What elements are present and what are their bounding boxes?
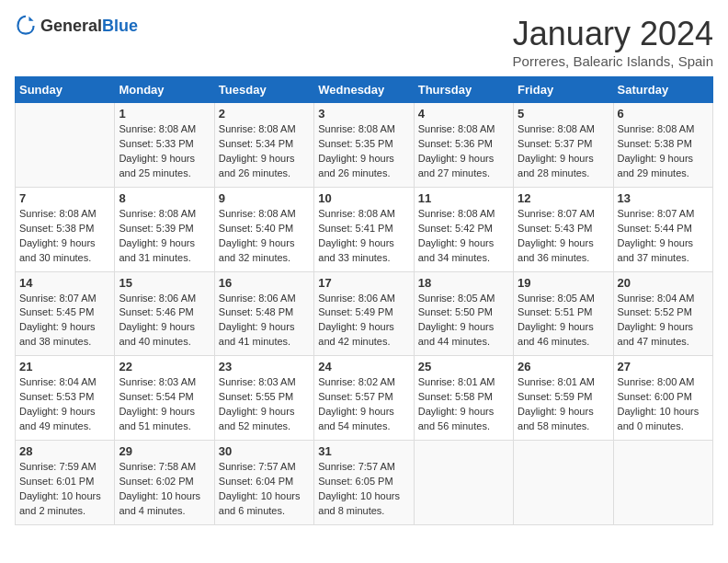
cell-line: Sunrise: 8:03 AM (219, 375, 310, 390)
day-number: 22 (119, 360, 210, 373)
day-number: 13 (618, 191, 709, 205)
cell-line: Sunrise: 8:08 AM (318, 122, 409, 137)
calendar-week-row: 14Sunrise: 8:07 AMSunset: 5:45 PMDayligh… (16, 271, 713, 356)
day-number: 18 (418, 276, 509, 290)
cell-line: Sunrise: 8:05 AM (518, 292, 609, 306)
cell-line: and 41 minutes. (219, 335, 310, 350)
calendar-cell: 14Sunrise: 8:07 AMSunset: 5:45 PMDayligh… (16, 271, 115, 356)
day-number: 8 (119, 191, 210, 205)
calendar-cell: 17Sunrise: 8:06 AMSunset: 5:49 PMDayligh… (314, 271, 414, 356)
weekday-header-friday: Friday (514, 77, 613, 103)
cell-line: Sunset: 5:33 PM (119, 137, 210, 152)
day-number: 23 (219, 360, 310, 373)
cell-line: and 33 minutes. (318, 251, 409, 266)
cell-line: Sunset: 5:49 PM (318, 305, 409, 320)
logo-icon (15, 15, 37, 37)
day-number: 21 (19, 360, 110, 373)
calendar-cell: 5Sunrise: 8:08 AMSunset: 5:37 PMDaylight… (514, 103, 613, 188)
cell-line: Daylight: 9 hours (219, 405, 310, 419)
cell-line: Daylight: 9 hours (518, 236, 609, 251)
cell-line: and 28 minutes. (518, 167, 609, 181)
cell-line: Daylight: 9 hours (518, 152, 609, 167)
cell-line: Sunrise: 8:08 AM (119, 122, 210, 137)
day-number: 19 (518, 276, 609, 290)
cell-line: Daylight: 9 hours (19, 405, 110, 419)
weekday-header-tuesday: Tuesday (214, 77, 313, 103)
cell-line: Daylight: 9 hours (418, 320, 509, 335)
cell-line: Sunrise: 8:08 AM (418, 122, 509, 137)
cell-line: Sunset: 5:44 PM (618, 222, 709, 236)
weekday-header-row: SundayMondayTuesdayWednesdayThursdayFrid… (16, 77, 713, 103)
cell-line: Daylight: 9 hours (418, 405, 509, 419)
day-number: 1 (119, 107, 210, 121)
calendar-cell (16, 103, 115, 188)
cell-line: Sunset: 5:50 PM (418, 305, 509, 320)
cell-line: Daylight: 10 hours (318, 489, 409, 504)
cell-line: and 38 minutes. (19, 335, 110, 350)
cell-line: Daylight: 9 hours (119, 152, 210, 167)
day-number: 26 (518, 360, 609, 373)
cell-line: and 8 minutes. (318, 504, 409, 519)
cell-line: Daylight: 9 hours (119, 320, 210, 335)
day-number: 14 (19, 276, 110, 290)
cell-line: and 25 minutes. (119, 167, 210, 181)
cell-line: Sunset: 5:53 PM (19, 390, 110, 405)
day-number: 9 (219, 191, 310, 205)
cell-line: Sunrise: 8:01 AM (418, 375, 509, 390)
cell-line: Sunrise: 8:06 AM (318, 292, 409, 306)
calendar-cell: 19Sunrise: 8:05 AMSunset: 5:51 PMDayligh… (514, 271, 613, 356)
cell-line: and 0 minutes. (618, 419, 709, 434)
day-number: 30 (219, 444, 310, 458)
cell-line: Sunset: 5:45 PM (19, 305, 110, 320)
day-number: 28 (19, 444, 110, 458)
day-number: 25 (418, 360, 509, 373)
cell-line: and 58 minutes. (518, 419, 609, 434)
cell-line: and 36 minutes. (518, 251, 609, 266)
cell-line: and 56 minutes. (418, 419, 509, 434)
weekday-header-saturday: Saturday (613, 77, 712, 103)
cell-line: Sunrise: 8:08 AM (219, 122, 310, 137)
weekday-header-thursday: Thursday (414, 77, 513, 103)
cell-line: Sunrise: 8:08 AM (119, 207, 210, 222)
calendar-header: SundayMondayTuesdayWednesdayThursdayFrid… (16, 77, 713, 103)
cell-line: Sunset: 5:57 PM (318, 390, 409, 405)
cell-line: Daylight: 9 hours (418, 236, 509, 251)
cell-line: Daylight: 9 hours (119, 236, 210, 251)
calendar-cell: 10Sunrise: 8:08 AMSunset: 5:41 PMDayligh… (314, 187, 414, 271)
cell-line: Daylight: 9 hours (318, 405, 409, 419)
cell-line: Sunset: 5:58 PM (418, 390, 509, 405)
cell-line: Sunset: 5:55 PM (219, 390, 310, 405)
cell-line: Sunrise: 8:04 AM (19, 375, 110, 390)
cell-line: and 30 minutes. (19, 251, 110, 266)
day-number: 24 (318, 360, 409, 373)
cell-line: Sunset: 5:42 PM (418, 222, 509, 236)
cell-line: Sunrise: 7:57 AM (318, 460, 409, 475)
cell-line: Daylight: 9 hours (618, 320, 709, 335)
location: Porreres, Balearic Islands, Spain (513, 53, 713, 69)
calendar-cell: 3Sunrise: 8:08 AMSunset: 5:35 PMDaylight… (314, 103, 414, 188)
cell-line: Sunset: 6:02 PM (119, 475, 210, 489)
cell-line: Daylight: 9 hours (318, 152, 409, 167)
cell-line: Sunrise: 8:05 AM (418, 292, 509, 306)
day-number: 29 (119, 444, 210, 458)
cell-line: Sunset: 5:41 PM (318, 222, 409, 236)
cell-line: Sunrise: 7:59 AM (19, 460, 110, 475)
day-number: 6 (618, 107, 709, 121)
calendar-cell (613, 441, 712, 525)
cell-line: and 26 minutes. (318, 167, 409, 181)
cell-line: Sunset: 5:39 PM (119, 222, 210, 236)
day-number: 16 (219, 276, 310, 290)
calendar-cell: 4Sunrise: 8:08 AMSunset: 5:36 PMDaylight… (414, 103, 513, 188)
cell-line: Sunrise: 7:58 AM (119, 460, 210, 475)
day-number: 2 (219, 107, 310, 121)
cell-line: and 40 minutes. (119, 335, 210, 350)
cell-line: and 4 minutes. (119, 504, 210, 519)
cell-line: Sunset: 5:54 PM (119, 390, 210, 405)
cell-line: Daylight: 9 hours (518, 405, 609, 419)
cell-line: Sunrise: 8:08 AM (219, 207, 310, 222)
cell-line: Daylight: 9 hours (518, 320, 609, 335)
cell-line: Sunrise: 8:08 AM (318, 207, 409, 222)
cell-line: Sunset: 5:59 PM (518, 390, 609, 405)
calendar-cell: 2Sunrise: 8:08 AMSunset: 5:34 PMDaylight… (214, 103, 313, 188)
cell-line: Daylight: 9 hours (618, 236, 709, 251)
